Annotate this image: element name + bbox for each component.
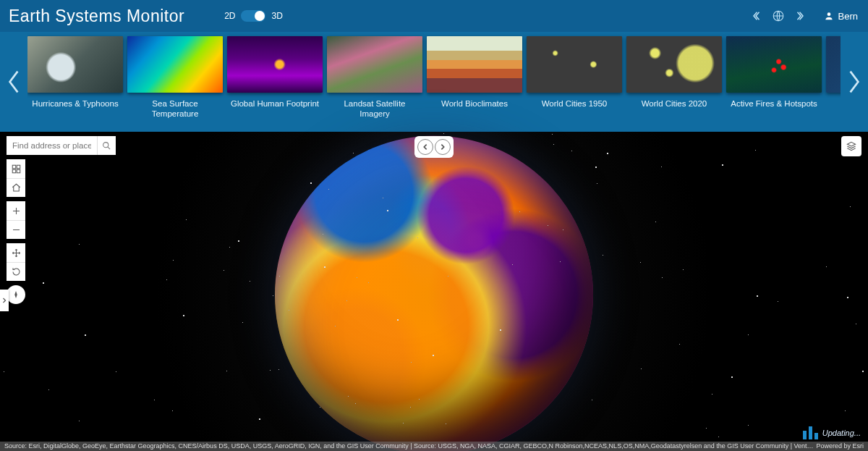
attribution-bar: Source: Esri, DigitalGlobe, GeoEye, Eart… bbox=[0, 442, 868, 451]
user-name: Bern bbox=[838, 11, 858, 22]
carousel-card[interactable]: World Cities 2020 bbox=[626, 36, 722, 129]
navigation-toolbar bbox=[7, 159, 25, 304]
card-thumbnail bbox=[427, 36, 522, 93]
card-label: Hurricanes & Typhoons bbox=[27, 98, 123, 109]
view-2d-label: 2D bbox=[224, 11, 235, 21]
toggle-2d-3d[interactable] bbox=[241, 10, 265, 22]
carousel-next-button[interactable] bbox=[841, 32, 868, 132]
bookmark-next-button[interactable] bbox=[791, 8, 807, 24]
svg-rect-5 bbox=[12, 169, 16, 173]
view-3d-label: 3D bbox=[271, 11, 282, 21]
carousel-card[interactable]: Global Human Footprint bbox=[227, 36, 323, 129]
card-label: Air Routes bbox=[826, 98, 841, 109]
card-label: World Bioclimates bbox=[427, 98, 522, 109]
search-button[interactable] bbox=[97, 136, 116, 155]
carousel-card[interactable]: Air Routes bbox=[826, 36, 841, 129]
attribution-credits: Source: Esri, DigitalGlobe, GeoEye, Eart… bbox=[4, 442, 816, 451]
card-label: Sea Surface Temperature bbox=[127, 98, 223, 119]
basemap-gallery-button[interactable] bbox=[7, 159, 25, 178]
user-menu[interactable]: Bern bbox=[824, 11, 858, 22]
zoom-in-button[interactable] bbox=[7, 201, 25, 220]
carousel-track: Hurricanes & TyphoonsSea Surface Tempera… bbox=[27, 32, 841, 132]
svg-rect-6 bbox=[17, 169, 20, 173]
svg-point-1 bbox=[827, 12, 830, 16]
swipe-widget bbox=[414, 136, 454, 158]
search-input[interactable] bbox=[7, 136, 97, 155]
pan-button[interactable] bbox=[7, 243, 25, 262]
carousel-card[interactable]: World Cities 1950 bbox=[527, 36, 622, 129]
card-thumbnail bbox=[27, 36, 123, 93]
card-thumbnail bbox=[826, 36, 841, 93]
card-label: Landsat Satellite Imagery bbox=[327, 98, 422, 119]
card-thumbnail bbox=[327, 36, 422, 93]
carousel-card[interactable]: Active Fires & Hotspots bbox=[726, 36, 822, 129]
carousel-card[interactable]: World Bioclimates bbox=[427, 36, 522, 129]
carousel-card[interactable]: Landsat Satellite Imagery bbox=[327, 36, 422, 129]
swipe-prev-button[interactable] bbox=[417, 139, 433, 155]
search-widget bbox=[7, 136, 116, 155]
svg-rect-3 bbox=[12, 165, 16, 169]
carousel-card[interactable]: Hurricanes & Typhoons bbox=[27, 36, 123, 129]
globe[interactable] bbox=[275, 135, 593, 451]
loading-icon bbox=[803, 426, 818, 439]
status-text: Updating... bbox=[822, 429, 861, 437]
card-thumbnail bbox=[726, 36, 822, 93]
zoom-out-button[interactable] bbox=[7, 220, 25, 239]
svg-point-2 bbox=[103, 142, 109, 147]
view-mode-toggle: 2D 3D bbox=[224, 10, 283, 22]
app-title: Earth Systems Monitor bbox=[9, 7, 184, 26]
svg-rect-4 bbox=[17, 165, 20, 169]
carousel-card[interactable]: Sea Surface Temperature bbox=[127, 36, 223, 129]
layers-button[interactable] bbox=[841, 136, 861, 156]
card-label: World Cities 1950 bbox=[527, 98, 622, 109]
bookmark-prev-button[interactable] bbox=[750, 8, 766, 24]
home-button[interactable] bbox=[7, 178, 25, 197]
app-header: Earth Systems Monitor 2D 3D Bern bbox=[0, 0, 868, 32]
card-label: Active Fires & Hotspots bbox=[726, 98, 822, 109]
card-thumbnail bbox=[527, 36, 622, 93]
globe-icon[interactable] bbox=[770, 8, 786, 24]
swipe-next-button[interactable] bbox=[435, 139, 451, 155]
card-thumbnail bbox=[626, 36, 722, 93]
card-label: World Cities 2020 bbox=[626, 98, 722, 109]
attribution-powered: Powered by Esri bbox=[816, 442, 864, 451]
scene-view[interactable]: Updating... Source: Esri, DigitalGlobe, … bbox=[0, 132, 868, 451]
card-label: Global Human Footprint bbox=[227, 98, 323, 109]
rotate-button[interactable] bbox=[7, 262, 25, 281]
card-thumbnail bbox=[227, 36, 323, 93]
compass-button[interactable] bbox=[7, 285, 25, 304]
side-panel-toggle[interactable] bbox=[0, 290, 9, 311]
card-thumbnail bbox=[127, 36, 223, 93]
layer-carousel: Hurricanes & TyphoonsSea Surface Tempera… bbox=[0, 32, 868, 132]
carousel-prev-button[interactable] bbox=[0, 32, 27, 132]
loading-status: Updating... bbox=[803, 426, 861, 439]
